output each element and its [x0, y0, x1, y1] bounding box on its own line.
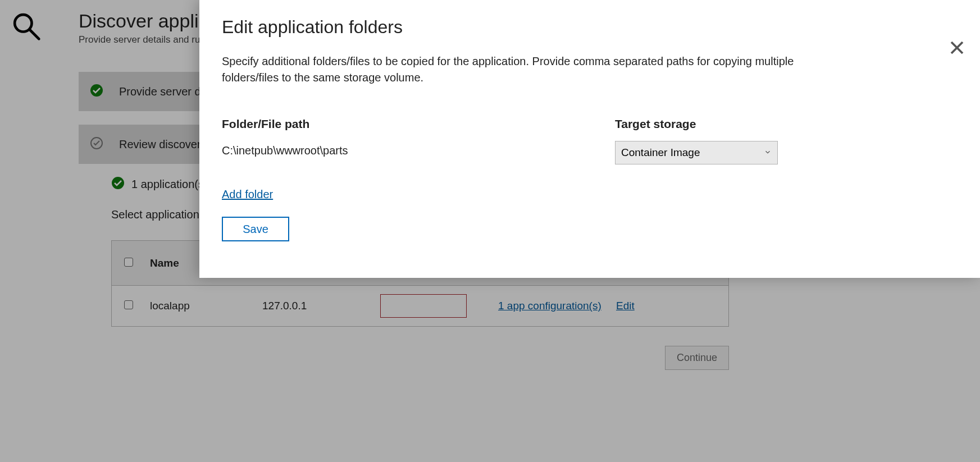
folder-path-header: Folder/File path [222, 117, 604, 131]
modal-description: Specify additional folders/files to be c… [222, 53, 817, 86]
modal-title: Edit application folders [222, 17, 958, 38]
chevron-down-icon [764, 147, 772, 159]
target-storage-selected: Container Image [621, 147, 700, 159]
target-storage-header: Target storage [615, 117, 873, 131]
add-folder-link[interactable]: Add folder [222, 188, 273, 201]
folder-path-column: Folder/File path C:\inetpub\wwwroot\part… [222, 117, 604, 164]
target-storage-select[interactable]: Container Image [615, 141, 778, 164]
close-icon[interactable] [949, 39, 965, 58]
target-storage-column: Target storage Container Image [615, 117, 873, 164]
save-button[interactable]: Save [222, 217, 289, 241]
edit-application-folders-modal: Edit application folders Specify additio… [199, 0, 980, 278]
folder-path-value: C:\inetpub\wwwroot\parts [222, 144, 604, 157]
